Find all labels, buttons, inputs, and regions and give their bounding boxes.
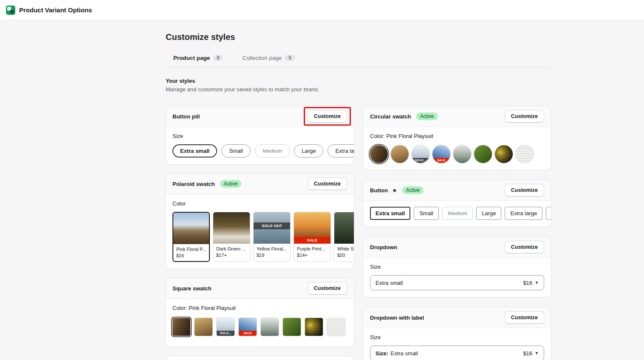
color-swatch-circle[interactable]: [474, 145, 492, 163]
polaroid-swatch-item[interactable]: Pink Floral P... $16: [172, 212, 210, 262]
size-button-double-extra-large[interactable]: Double Ext: [546, 207, 551, 220]
color-swatch-square[interactable]: [327, 318, 345, 336]
card-partial: [166, 356, 354, 360]
polaroid-swatch-item[interactable]: Dark Green ... $17+: [213, 212, 250, 262]
tab-collection-page[interactable]: Collection page 5: [242, 55, 294, 61]
card-circular-swatch: Circular swatch Active Customize Color: …: [363, 106, 551, 170]
color-swatch-square[interactable]: [261, 318, 279, 336]
customize-button[interactable]: Customize: [505, 184, 544, 197]
tabs: Product page 9 Collection page 5: [166, 55, 551, 68]
size-pill-medium[interactable]: Medium: [255, 144, 290, 158]
color-swatch-square[interactable]: SALE: [239, 318, 257, 336]
dropdown-value-label: Size:: [376, 350, 388, 357]
card-title: Polaroid swatch: [172, 181, 215, 187]
polaroid-swatch-item[interactable]: White So... $20: [334, 212, 354, 262]
card-body: Size Extra small $16 ▼: [363, 258, 551, 297]
card-title: Circular swatch: [370, 113, 411, 120]
size-button-medium[interactable]: Medium: [442, 207, 473, 220]
color-swatch-circle[interactable]: [391, 145, 409, 163]
section-description: Manage and customize your saved styles t…: [166, 86, 551, 93]
swatch-price: $19: [257, 253, 287, 258]
customize-button[interactable]: Customize: [308, 110, 347, 123]
main-content: Customize styles Product page 9 Collecti…: [166, 20, 551, 360]
size-button-extra-small[interactable]: Extra small: [370, 207, 410, 220]
sale-badge: SALE: [432, 158, 450, 163]
swatch-price: $20: [337, 253, 354, 258]
section-title: Your styles: [166, 78, 551, 84]
swatch-image: SALE: [294, 212, 330, 244]
card-polaroid-swatch: Polaroid swatch Active Customize Color P…: [166, 174, 354, 269]
color-swatch-square[interactable]: SOLD...: [217, 318, 234, 336]
size-pill-small[interactable]: Small: [221, 144, 251, 158]
polaroid-swatches-row: Pink Floral P... $16 Dark Green ... $17+: [172, 212, 347, 262]
swatch-name: Purple Print...: [297, 246, 328, 251]
color-swatch-circle[interactable]: [453, 145, 471, 163]
card-body: Size Size: Extra small $16 ▼: [363, 328, 551, 360]
size-pill-extra-large[interactable]: Extra large: [328, 144, 354, 158]
option-label: Size: [370, 264, 544, 270]
card-body: Color Pink Floral P... $16: [166, 194, 354, 269]
card-title: Dropdown with label: [370, 315, 424, 321]
card-title: Button pill: [172, 113, 200, 120]
color-swatch-circle[interactable]: [516, 145, 534, 163]
customize-button[interactable]: Customize: [308, 282, 347, 295]
color-swatch-circle[interactable]: [495, 145, 513, 163]
app-logo-icon: [6, 6, 15, 15]
size-dropdown-labeled[interactable]: Size: Extra small $16 ▼: [370, 346, 544, 360]
card-header: Circular swatch Active Customize: [363, 106, 551, 127]
active-status-badge: Active: [220, 180, 242, 188]
card-title: Button: [370, 187, 388, 194]
card-header: Button pill Customize: [166, 106, 354, 127]
size-dropdown[interactable]: Extra small $16 ▼: [370, 275, 544, 290]
customize-button[interactable]: Customize: [308, 177, 347, 190]
size-button-extra-large[interactable]: Extra large: [505, 207, 542, 220]
styles-grid: Button pill Customize Size Extra small S…: [166, 106, 551, 360]
color-swatch-square[interactable]: [172, 318, 190, 336]
dropdown-price: $16: [523, 350, 532, 357]
color-swatch-circle[interactable]: [370, 145, 388, 163]
swatch-price: $14+: [297, 253, 328, 258]
star-icon: ★: [392, 187, 397, 194]
caret-down-icon: ▼: [535, 351, 539, 355]
sale-badge: SALE: [294, 237, 330, 244]
dropdown-value: Extra small: [376, 280, 403, 286]
polaroid-swatch-item[interactable]: SOLD OUT Yellow Floral... $19: [253, 212, 291, 262]
pill-options-row: Extra small Small Medium Large Extra lar…: [172, 144, 347, 158]
card-square-swatch: Square swatch Customize Color: Pink Flor…: [166, 278, 354, 347]
tab-count-badge: 5: [285, 55, 294, 61]
left-column: Button pill Customize Size Extra small S…: [166, 106, 354, 360]
option-label: Size: [172, 133, 347, 139]
swatch-name: White So...: [337, 246, 354, 251]
circular-swatches-row: SOLD... SALE: [370, 145, 544, 163]
color-swatch-square[interactable]: [305, 318, 323, 336]
size-pill-large[interactable]: Large: [294, 144, 323, 158]
color-swatch-circle[interactable]: SALE: [432, 145, 450, 163]
customize-button[interactable]: Customize: [505, 311, 544, 324]
card-body: Color: Pink Floral Playsuit SOLD... SALE: [166, 299, 354, 347]
tab-product-page[interactable]: Product page 9: [173, 55, 223, 61]
size-button-small[interactable]: Small: [414, 207, 439, 220]
tab-label: Collection page: [242, 55, 282, 61]
size-pill-extra-small[interactable]: Extra small: [172, 144, 217, 158]
sold-out-overlay: SOLD...: [412, 158, 429, 163]
card-header: Polaroid swatch Active Customize: [166, 174, 354, 194]
option-label: Color: Pink Floral Playsuit: [172, 305, 347, 311]
button-options-row: Extra small Small Medium Large Extra lar…: [370, 207, 544, 220]
customize-button[interactable]: Customize: [505, 110, 544, 123]
polaroid-swatch-item[interactable]: SALE Purple Print... $14+: [294, 212, 331, 262]
page-title: Customize styles: [166, 32, 551, 42]
color-swatch-circle[interactable]: SOLD...: [412, 145, 429, 163]
card-body: Extra small Small Medium Large Extra lar…: [363, 201, 551, 227]
dropdown-value: Extra small: [390, 350, 418, 357]
color-swatch-square[interactable]: [283, 318, 301, 336]
customize-button[interactable]: Customize: [505, 241, 544, 253]
color-swatch-square[interactable]: [195, 318, 212, 336]
option-label: Color: Pink Floral Playsuit: [370, 133, 544, 139]
square-swatches-row: SOLD... SALE: [172, 318, 347, 336]
card-body: Color: Pink Floral Playsuit SOLD... SALE: [363, 127, 551, 170]
size-button-large[interactable]: Large: [476, 207, 501, 220]
swatch-image: SOLD OUT: [254, 212, 290, 244]
card-button: Button ★ Active Customize Extra small Sm…: [363, 180, 551, 227]
card-title: Dropdown: [370, 244, 397, 250]
swatch-name: Yellow Floral...: [257, 246, 287, 251]
